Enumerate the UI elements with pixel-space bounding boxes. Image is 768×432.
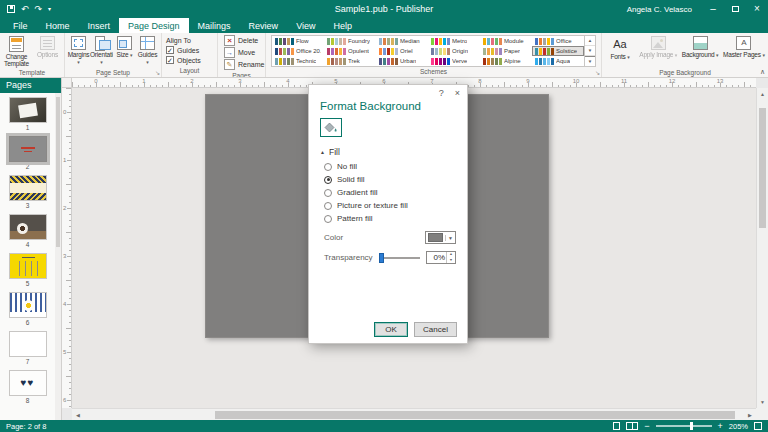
move-page-button[interactable]: Move bbox=[222, 47, 255, 58]
color-picker-button[interactable]: ▼ bbox=[425, 231, 456, 244]
page-thumbnail-3[interactable]: 3 bbox=[0, 175, 55, 210]
page-number-label: 6 bbox=[26, 319, 30, 327]
scheme-opulent[interactable]: Opulent bbox=[324, 46, 376, 56]
rename-page-button[interactable]: Rename bbox=[222, 59, 264, 70]
scheme-foundry[interactable]: Foundry bbox=[324, 36, 376, 46]
save-icon[interactable] bbox=[7, 5, 15, 13]
tab-mailings[interactable]: Mailings bbox=[189, 18, 240, 33]
vertical-scrollbar[interactable]: ▲ ▼ bbox=[756, 88, 768, 408]
fill-option-pattern-fill[interactable]: Pattern fill bbox=[324, 214, 408, 223]
scheme-paper[interactable]: Paper bbox=[480, 46, 532, 56]
scheme-aqua[interactable]: Aqua bbox=[532, 56, 584, 66]
gallery-scroll-up-icon[interactable]: ▲ bbox=[585, 36, 595, 46]
pages-panel-scrollbar[interactable] bbox=[55, 93, 61, 420]
fill-option-gradient-fill[interactable]: Gradient fill bbox=[324, 188, 408, 197]
scheme-oriel[interactable]: Oriel bbox=[376, 46, 428, 56]
dialog-help-button[interactable]: ? bbox=[439, 88, 444, 98]
zoom-out-button[interactable]: − bbox=[644, 422, 649, 431]
apply-image-icon bbox=[651, 36, 666, 50]
apply-image-button[interactable]: Apply Image ▾ bbox=[637, 34, 680, 68]
page-thumbnail-1[interactable]: 1 bbox=[0, 97, 55, 132]
pages-scrollbar-thumb[interactable] bbox=[56, 97, 60, 247]
single-page-view-icon[interactable] bbox=[613, 422, 620, 430]
zoom-slider[interactable] bbox=[656, 425, 712, 427]
tab-help[interactable]: Help bbox=[324, 18, 361, 33]
cancel-button[interactable]: Cancel bbox=[414, 322, 457, 337]
scheme-urban[interactable]: Urban bbox=[376, 56, 428, 66]
fill-option-picture-or-texture-fill[interactable]: Picture or texture fill bbox=[324, 201, 408, 210]
scheme-solstice[interactable]: Solstice bbox=[532, 46, 584, 56]
fill-option-solid-fill[interactable]: Solid fill bbox=[324, 175, 408, 184]
scheme-technic[interactable]: Technic bbox=[272, 56, 324, 66]
transparency-input[interactable]: 0% ▲▼ bbox=[426, 251, 456, 264]
scheme-office-20[interactable]: Office 20.. bbox=[272, 46, 324, 56]
tab-review[interactable]: Review bbox=[240, 18, 288, 33]
zoom-level[interactable]: 205% bbox=[729, 422, 748, 431]
fill-section-header[interactable]: ▲ Fill bbox=[320, 147, 340, 157]
scheme-trek[interactable]: Trek bbox=[324, 56, 376, 66]
maximize-button[interactable] bbox=[724, 0, 746, 18]
page-thumbnail-7[interactable]: 7 bbox=[0, 331, 55, 366]
fonts-button[interactable]: AaFonts ▾ bbox=[603, 34, 637, 68]
tab-file[interactable]: File bbox=[4, 18, 37, 33]
fit-page-icon[interactable] bbox=[754, 422, 762, 430]
schemes-dialog-launcher-icon[interactable]: ↘ bbox=[595, 70, 600, 76]
fill-bucket-button[interactable] bbox=[320, 118, 342, 137]
master-pages-button[interactable]: Master Pages ▾ bbox=[721, 34, 767, 68]
page-setup-dialog-launcher-icon[interactable]: ↘ bbox=[155, 70, 160, 76]
guides-button[interactable]: Guides ▾ bbox=[136, 34, 159, 68]
margins-button[interactable]: Margins ▾ bbox=[67, 34, 90, 68]
page-thumbnail-4[interactable]: 4 bbox=[0, 214, 55, 249]
zoom-slider-thumb[interactable] bbox=[690, 422, 693, 430]
delete-page-button[interactable]: Delete bbox=[222, 35, 258, 46]
tab-insert[interactable]: Insert bbox=[79, 18, 120, 33]
page-thumbnail-image bbox=[9, 370, 47, 396]
qat-dropdown-icon[interactable]: ▾ bbox=[48, 6, 51, 12]
scheme-metro[interactable]: Metro bbox=[428, 36, 480, 46]
background-button[interactable]: Background ▾ bbox=[680, 34, 721, 68]
scroll-down-icon[interactable]: ▼ bbox=[757, 396, 768, 408]
vertical-scrollbar-thumb[interactable] bbox=[759, 108, 766, 228]
scheme-module[interactable]: Module bbox=[480, 36, 532, 46]
horizontal-scrollbar-thumb[interactable] bbox=[215, 411, 735, 419]
scheme-flow[interactable]: Flow bbox=[272, 36, 324, 46]
gallery-more-icon[interactable]: ▼ bbox=[585, 56, 595, 66]
slider-thumb[interactable] bbox=[379, 253, 384, 263]
page-indicator: Page: 2 of 8 bbox=[0, 422, 46, 431]
scheme-median[interactable]: Median bbox=[376, 36, 428, 46]
checkbox-objects[interactable]: ✓Objects bbox=[166, 56, 201, 64]
orientation-button[interactable]: Orientation ▾ bbox=[90, 34, 113, 68]
scheme-verve[interactable]: Verve bbox=[428, 56, 480, 66]
horizontal-scrollbar[interactable]: ◀ ▶ bbox=[72, 408, 756, 420]
scroll-up-icon[interactable]: ▲ bbox=[757, 88, 768, 100]
close-button[interactable]: × bbox=[746, 0, 768, 18]
tab-view[interactable]: View bbox=[287, 18, 324, 33]
options-button[interactable]: Options bbox=[32, 34, 63, 68]
undo-icon[interactable]: ↶ bbox=[21, 5, 29, 14]
page-thumbnail-8[interactable]: 8 bbox=[0, 370, 55, 405]
ok-button[interactable]: OK bbox=[374, 322, 408, 337]
spinner-arrows[interactable]: ▲▼ bbox=[446, 252, 455, 263]
dialog-close-button[interactable]: × bbox=[455, 88, 460, 98]
fill-option-no-fill[interactable]: No fill bbox=[324, 162, 408, 171]
collapse-ribbon-icon[interactable]: ∧ bbox=[760, 68, 765, 76]
change-template-button[interactable]: Change Template bbox=[1, 34, 32, 68]
checkbox-guides[interactable]: ✓Guides bbox=[166, 46, 201, 54]
vertical-ruler[interactable]: 0123456 bbox=[62, 88, 72, 408]
redo-icon[interactable]: ↷ bbox=[35, 5, 43, 14]
transparency-slider[interactable] bbox=[379, 257, 420, 259]
page-thumbnail-5[interactable]: 5 bbox=[0, 253, 55, 288]
user-name[interactable]: Angela C. Velasco bbox=[627, 5, 692, 14]
tab-home[interactable]: Home bbox=[37, 18, 79, 33]
two-page-view-icon[interactable] bbox=[626, 422, 638, 430]
size-button[interactable]: Size ▾ bbox=[113, 34, 136, 68]
scheme-alpine[interactable]: Alpine bbox=[480, 56, 532, 66]
zoom-in-button[interactable]: + bbox=[718, 422, 723, 431]
minimize-button[interactable]: – bbox=[702, 0, 724, 18]
scheme-origin[interactable]: Origin bbox=[428, 46, 480, 56]
page-thumbnail-2[interactable]: 2 bbox=[0, 136, 55, 171]
scheme-office[interactable]: Office bbox=[532, 36, 584, 46]
gallery-scroll-down-icon[interactable]: ▼ bbox=[585, 46, 595, 56]
page-thumbnail-6[interactable]: 6 bbox=[0, 292, 55, 327]
tab-page-design[interactable]: Page Design bbox=[119, 18, 189, 33]
